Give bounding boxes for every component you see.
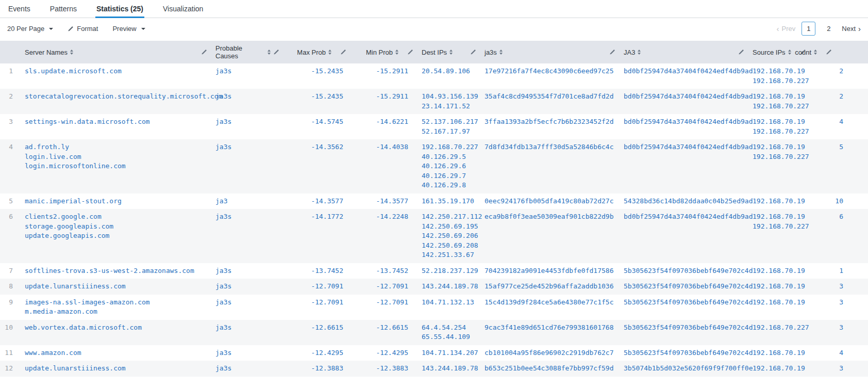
cell-min-prob[interactable]: -12.7091 xyxy=(350,279,418,295)
cell-count[interactable]: 10 xyxy=(810,193,868,209)
cell-line[interactable]: 192.168.70.19 xyxy=(753,282,806,292)
cell-dest-ips[interactable]: 20.54.89.106 xyxy=(418,63,480,89)
cell-line[interactable]: login.live.com xyxy=(25,152,207,162)
cell-probable-causes[interactable]: ja3s xyxy=(211,263,283,279)
cell-count[interactable]: 1 xyxy=(810,263,868,279)
cell-count[interactable]: 4 xyxy=(810,114,868,139)
cell-min-prob[interactable]: -12.3883 xyxy=(350,361,418,377)
column-header-server-names[interactable]: Server Names xyxy=(21,41,211,63)
cell-ja3[interactable]: 5b305623f54f097036bebf649e702c4d xyxy=(620,263,748,279)
tab-statistics[interactable]: Statistics (25) xyxy=(95,0,144,18)
cell-source-ips[interactable]: 192.168.70.19 xyxy=(748,345,810,361)
cell-ja3s[interactable]: 704239182a9091e4453fdbfe0fd17586 xyxy=(480,263,620,279)
page-button-2[interactable]: 2 xyxy=(822,22,836,36)
edit-column-pencil-icon[interactable] xyxy=(738,49,744,55)
cell-line[interactable]: 161.35.19.170 xyxy=(422,197,476,206)
cell-line[interactable]: 142.250.69.208 xyxy=(422,241,476,251)
cell-probable-causes[interactable]: ja3s xyxy=(211,361,283,377)
cell-ja3s[interactable]: 7d8fd34fdb13a7fff30d5a52846b6c4c xyxy=(480,139,620,193)
cell-server-names[interactable]: www.amazon.com xyxy=(21,345,211,361)
cell-ja3s[interactable]: 9cac3f41e89d651cd76e799381601768 xyxy=(480,320,620,345)
cell-max-prob[interactable]: -12.7091 xyxy=(283,295,350,320)
cell-dest-ips[interactable]: 64.4.54.25465.55.44.109 xyxy=(418,320,480,345)
cell-line[interactable]: 104.71.132.13 xyxy=(422,298,476,308)
cell-line[interactable]: update.googleapis.com xyxy=(25,231,207,241)
sort-icon[interactable] xyxy=(328,50,331,55)
cell-dest-ips[interactable]: 104.71.134.207 xyxy=(418,345,480,361)
cell-dest-ips[interactable]: 161.35.19.170 xyxy=(418,193,480,209)
cell-min-prob[interactable]: -15.2911 xyxy=(350,89,418,114)
cell-line[interactable]: 192.168.70.19 xyxy=(753,298,806,308)
edit-column-pencil-icon[interactable] xyxy=(201,49,207,55)
cell-max-prob[interactable]: -14.1772 xyxy=(283,209,350,263)
cell-line[interactable]: 40.126.29.6 xyxy=(422,161,476,171)
cell-ja3s[interactable]: cb101004a95f86e96902c2919db762c7 xyxy=(480,345,620,361)
cell-server-names[interactable]: manic.imperial-stout.org xyxy=(21,193,211,209)
cell-line[interactable]: 23.14.171.52 xyxy=(422,102,476,111)
cell-ja3[interactable]: bd0bf25947d4a37404f0424edf4db9ad xyxy=(620,209,748,263)
tab-visualization[interactable]: Visualization xyxy=(162,0,204,18)
cell-line[interactable]: 142.250.69.195 xyxy=(422,222,476,232)
cell-source-ips[interactable]: 192.168.70.19192.168.70.227 xyxy=(748,209,810,263)
cell-probable-causes[interactable]: ja3s xyxy=(211,139,283,193)
cell-probable-causes[interactable]: ja3s xyxy=(211,279,283,295)
cell-ja3s[interactable]: 15c4d139d9f284ce5a6e4380e77c1f5c xyxy=(480,295,620,320)
cell-max-prob[interactable]: -12.7091 xyxy=(283,279,350,295)
cell-max-prob[interactable]: -12.6615 xyxy=(283,320,350,345)
cell-line[interactable]: 52.218.237.129 xyxy=(422,266,476,276)
cell-line[interactable]: 52.137.106.217 xyxy=(422,117,476,127)
cell-dest-ips[interactable]: 142.250.217.112142.250.69.195142.250.69.… xyxy=(418,209,480,263)
cell-source-ips[interactable]: 192.168.70.19 xyxy=(748,361,810,377)
cell-min-prob[interactable]: -15.2911 xyxy=(350,63,418,89)
cell-line[interactable]: manic.imperial-stout.org xyxy=(25,197,207,206)
cell-line[interactable]: 142.251.33.67 xyxy=(422,250,476,260)
cell-ja3[interactable]: 54328bd36c14bd82ddaa0c04b25ed9ad xyxy=(620,193,748,209)
cell-probable-causes[interactable]: ja3s xyxy=(211,63,283,89)
cell-ja3[interactable]: bd0bf25947d4a37404f0424edf4db9ad xyxy=(620,63,748,89)
edit-column-pencil-icon[interactable] xyxy=(826,49,832,55)
cell-probable-causes[interactable]: ja3s xyxy=(211,209,283,263)
cell-server-names[interactable]: softlines-trova.s3-us-west-2.amazonaws.c… xyxy=(21,263,211,279)
format-button[interactable]: Format xyxy=(68,25,98,33)
cell-ja3[interactable]: bd0bf25947d4a37404f0424edf4db9ad xyxy=(620,89,748,114)
cell-ja3s[interactable]: 17e97216fa7f4ec8c43090c6eed97c25 xyxy=(480,63,620,89)
preview-dropdown[interactable]: Preview xyxy=(112,25,145,33)
cell-server-names[interactable]: web.vortex.data.microsoft.com xyxy=(21,320,211,345)
edit-column-pencil-icon[interactable] xyxy=(609,49,615,55)
cell-dest-ips[interactable]: 104.71.132.13 xyxy=(418,295,480,320)
cell-min-prob[interactable]: -12.7091 xyxy=(350,295,418,320)
cell-line[interactable]: 143.244.189.78 xyxy=(422,364,476,374)
cell-max-prob[interactable]: -14.3577 xyxy=(283,193,350,209)
cell-line[interactable]: 142.250.69.206 xyxy=(422,231,476,241)
cell-line[interactable]: 40.126.29.7 xyxy=(422,171,476,181)
cell-probable-causes[interactable]: ja3s xyxy=(211,89,283,114)
column-header-count[interactable]: count xyxy=(810,41,868,63)
cell-probable-causes[interactable]: ja3s xyxy=(211,295,283,320)
cell-source-ips[interactable]: 192.168.70.19 xyxy=(748,263,810,279)
sort-icon[interactable] xyxy=(268,50,271,55)
sort-icon[interactable] xyxy=(70,50,73,55)
cell-ja3[interactable]: bd0bf25947d4a37404f0424edf4db9ad xyxy=(620,114,748,139)
cell-source-ips[interactable]: 192.168.70.19192.168.70.227 xyxy=(748,139,810,193)
cell-line[interactable]: 104.71.134.207 xyxy=(422,348,476,358)
cell-line[interactable]: 192.168.70.227 xyxy=(753,222,806,232)
cell-server-names[interactable]: update.lunarstiiiness.com xyxy=(21,279,211,295)
cell-server-names[interactable]: clients2.google.comstorage.googleapis.co… xyxy=(21,209,211,263)
cell-line[interactable]: 192.168.70.227 xyxy=(753,152,806,162)
cell-min-prob[interactable]: -14.6221 xyxy=(350,114,418,139)
cell-line[interactable]: storecatalogrevocation.storequality.micr… xyxy=(25,92,207,102)
cell-dest-ips[interactable]: 104.93.156.13923.14.171.52 xyxy=(418,89,480,114)
cell-count[interactable]: 3 xyxy=(810,320,868,345)
edit-column-pencil-icon[interactable] xyxy=(470,49,476,55)
cell-count[interactable]: 2 xyxy=(810,89,868,114)
column-header-dest-ips[interactable]: Dest IPs xyxy=(418,41,480,63)
cell-server-names[interactable]: images-na.ssl-images-amazon.comm.media-a… xyxy=(21,295,211,320)
cell-ja3[interactable]: 5b305623f54f097036bebf649e702c4d xyxy=(620,295,748,320)
cell-line[interactable]: 192.168.70.19 xyxy=(753,197,806,206)
sort-icon[interactable] xyxy=(499,50,503,55)
cell-source-ips[interactable]: 192.168.70.19 xyxy=(748,193,810,209)
edit-column-pencil-icon[interactable] xyxy=(407,49,413,55)
cell-line[interactable]: 192.168.70.19 xyxy=(753,348,806,358)
cell-min-prob[interactable]: -12.6615 xyxy=(350,320,418,345)
cell-count[interactable]: 4 xyxy=(810,345,868,361)
